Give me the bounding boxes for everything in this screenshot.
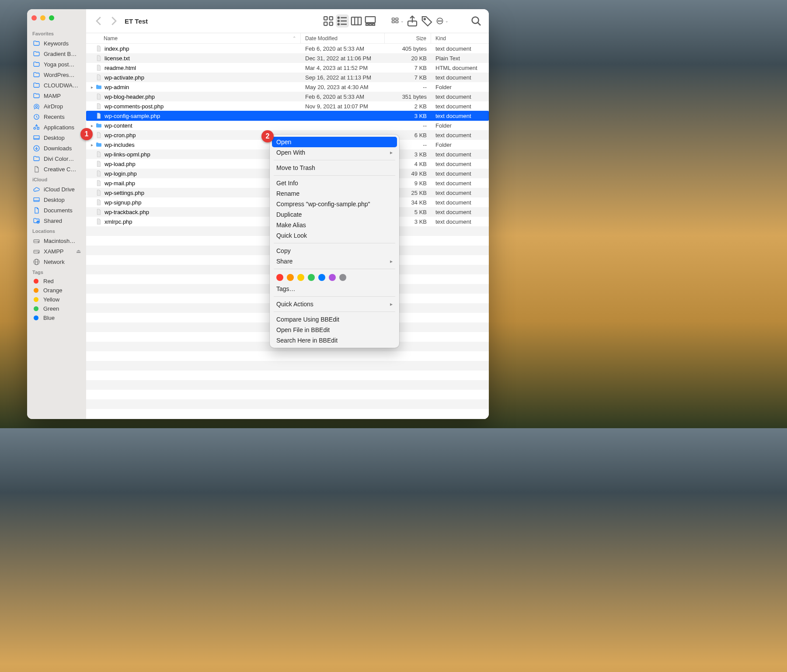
sidebar-item[interactable]: Shared [30, 215, 84, 226]
menu-item[interactable]: Open [272, 137, 397, 147]
sidebar-item[interactable]: AirDrop [30, 101, 84, 111]
sidebar-item[interactable]: Divi Color… [30, 153, 84, 164]
file-kind: text document [431, 199, 489, 206]
sidebar-item-label: Orange [43, 287, 81, 294]
sidebar-item-label: Network [44, 259, 81, 265]
menu-item[interactable]: Make Alias [272, 220, 397, 230]
share-button[interactable] [406, 14, 419, 28]
sidebar-item[interactable]: Yellow [30, 295, 84, 304]
sidebar-item[interactable]: Yoga post… [30, 59, 84, 69]
menu-item[interactable]: Open File in BBEdit [272, 325, 397, 335]
view-columns-button[interactable] [350, 14, 363, 28]
sidebar-item[interactable]: Creative C… [30, 164, 84, 174]
menu-item[interactable]: Quick Actions▸ [272, 299, 397, 309]
sidebar-item[interactable]: Keywords [30, 38, 84, 48]
file-row[interactable]: ▸ wp-comments-post.php Nov 9, 2021 at 10… [86, 101, 489, 111]
tag-color-option[interactable] [297, 274, 304, 281]
file-icon [95, 131, 103, 139]
sidebar-item[interactable]: Green [30, 304, 84, 313]
header-kind[interactable]: Kind [431, 33, 489, 43]
back-button[interactable] [92, 14, 105, 28]
file-row[interactable]: ▸ wp-activate.php Sep 16, 2022 at 11:13 … [86, 73, 489, 82]
zoom-window-button[interactable] [49, 15, 54, 21]
file-date: Feb 6, 2020 at 5:33 AM [301, 94, 385, 100]
chevron-right-icon[interactable]: ▸ [89, 123, 95, 128]
file-kind: text document [431, 190, 489, 196]
view-list-button[interactable] [336, 14, 349, 28]
view-mode-group [322, 14, 377, 28]
file-row[interactable]: ▸ wp-content -- Folder [86, 121, 489, 130]
file-row[interactable]: ▸ wp-config-sample.php 3 KB text documen… [86, 111, 489, 121]
menu-item[interactable]: Tags… [272, 284, 397, 294]
forward-button[interactable] [107, 14, 120, 28]
search-button[interactable] [470, 14, 483, 28]
file-row[interactable]: ▸ index.php Feb 6, 2020 at 5:33 AM 405 b… [86, 44, 489, 53]
header-size[interactable]: Size [385, 33, 431, 43]
menu-separator [274, 312, 395, 312]
folder-icon [32, 39, 40, 47]
tag-color-option[interactable] [329, 274, 336, 281]
tag-color-option[interactable] [308, 274, 315, 281]
sidebar-item[interactable]: XAMPP ⏏ [30, 246, 84, 256]
menu-item[interactable]: Quick Look [272, 230, 397, 241]
sidebar-item[interactable]: CLOUDWA… [30, 80, 84, 90]
file-row[interactable]: ▸ readme.html Mar 4, 2023 at 11:52 PM 7 … [86, 63, 489, 73]
sidebar-item[interactable]: Network [30, 256, 84, 267]
sidebar-item[interactable]: Orange [30, 286, 84, 295]
file-size: 20 KB [385, 55, 431, 62]
file-name: wp-includes [104, 142, 135, 148]
sidebar-item[interactable]: Documents [30, 205, 84, 215]
svg-rect-35 [392, 18, 395, 20]
sidebar-item[interactable]: Gradient B… [30, 48, 84, 59]
sidebar-item[interactable]: Blue [30, 313, 84, 322]
tag-color-option[interactable] [276, 274, 283, 281]
menu-item[interactable]: Move to Trash [272, 163, 397, 173]
chevron-right-icon[interactable]: ▸ [89, 142, 95, 147]
tags-button[interactable] [421, 14, 434, 28]
sidebar-item[interactable]: iCloud Drive [30, 184, 84, 194]
folder-icon [32, 81, 40, 89]
svg-point-11 [38, 242, 38, 242]
chevron-right-icon[interactable]: ▸ [89, 85, 95, 90]
svg-rect-21 [330, 22, 333, 26]
tag-color-option[interactable] [318, 274, 325, 281]
menu-item[interactable]: Duplicate [272, 209, 397, 220]
view-icons-button[interactable] [322, 14, 335, 28]
eject-icon[interactable]: ⏏ [76, 248, 81, 254]
actions-button[interactable]: ⌄ [435, 14, 449, 28]
sidebar-item[interactable]: Downloads [30, 143, 84, 153]
menu-item[interactable]: Rename [272, 188, 397, 199]
file-row[interactable]: ▸ wp-admin May 20, 2023 at 4:30 AM -- Fo… [86, 82, 489, 92]
sidebar-item[interactable]: Desktop [30, 132, 84, 143]
minimize-window-button[interactable] [40, 15, 45, 21]
sidebar-item[interactable]: MAMP [30, 90, 84, 101]
menu-item[interactable]: Compare Using BBEdit [272, 314, 397, 325]
menu-item[interactable]: Open With▸ [272, 147, 397, 158]
sidebar-item[interactable]: Applications [30, 122, 84, 132]
header-name[interactable]: Name⌃ [86, 33, 301, 43]
sidebar-item[interactable]: WordPres… [30, 69, 84, 80]
view-gallery-button[interactable] [364, 14, 377, 28]
file-row[interactable]: ▸ license.txt Dec 31, 2022 at 11:06 PM 2… [86, 53, 489, 63]
file-kind: text document [431, 94, 489, 100]
menu-item[interactable]: Compress "wp-config-sample.php" [272, 199, 397, 209]
sidebar-item[interactable]: Macintosh… [30, 236, 84, 246]
folder-icon [32, 60, 40, 68]
sidebar-item[interactable]: Red [30, 277, 84, 286]
close-window-button[interactable] [31, 15, 37, 21]
header-date[interactable]: Date Modified [301, 33, 385, 43]
tag-color-option[interactable] [339, 274, 346, 281]
file-row[interactable]: ▸ wp-blog-header.php Feb 6, 2020 at 5:33… [86, 92, 489, 101]
menu-item[interactable]: Share▸ [272, 256, 397, 267]
sidebar-item[interactable]: Desktop [30, 194, 84, 205]
tag-color-option[interactable] [287, 274, 294, 281]
svg-point-42 [438, 21, 439, 21]
menu-item[interactable]: Search Here in BBEdit [272, 335, 397, 346]
menu-item-label: Compress "wp-config-sample.php" [276, 201, 370, 208]
menu-item[interactable]: Copy [272, 246, 397, 256]
group-by-button[interactable]: ⌄ [391, 14, 404, 28]
svg-rect-20 [324, 22, 327, 26]
sidebar-item[interactable]: Recents [30, 111, 84, 122]
file-size: 405 bytes [385, 45, 431, 52]
menu-item[interactable]: Get Info [272, 178, 397, 188]
